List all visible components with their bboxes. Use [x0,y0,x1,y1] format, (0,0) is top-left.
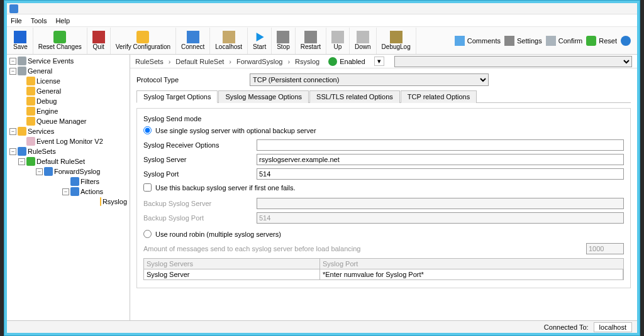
menu-bar: File Tools Help [7,14,637,27]
reset-icon [53,31,66,43]
breadcrumb: RuleSets› Default RuleSet› ForwardSyslog… [130,55,637,68]
crumb-default-ruleset[interactable]: Default RuleSet [175,58,224,65]
use-backup-label: Use this backup syslog server if first o… [155,184,296,192]
crumb-rulesets[interactable]: RuleSets [135,58,164,65]
action-name-select[interactable] [394,56,632,67]
tree-debug[interactable]: Debug [36,96,57,106]
reset-button[interactable]: Reset [586,36,617,46]
expander-icon[interactable]: − [18,158,25,165]
grid-server-cell[interactable]: Syslog Server [144,269,320,279]
tab-syslog-target[interactable]: Syslog Target Options [136,90,218,103]
tree-license[interactable]: License [36,76,60,86]
tab-ssl-tls[interactable]: SSL/TLS related Options [309,90,400,103]
help-icon[interactable] [621,36,631,46]
menu-file[interactable]: File [11,17,22,24]
save-button[interactable]: Save [8,28,33,54]
connected-to-label: Connected To: [544,323,589,331]
crumb-rsyslog[interactable]: Rsyslog [295,58,319,65]
restart-button[interactable]: Restart [296,28,326,54]
tree-actions[interactable]: Actions [80,187,103,197]
debuglog-icon [390,31,402,43]
quit-button[interactable]: Quit [87,28,111,54]
servers-grid-header: Syslog Servers Syslog Port [143,258,624,269]
expander-icon[interactable]: − [9,128,16,135]
node-icon [26,87,35,95]
receiver-options-label: Syslog Receiver Options [143,141,257,149]
tree-general[interactable]: General [28,66,52,76]
tree-rsyslog[interactable]: Rsyslog [103,197,127,207]
syslog-server-input[interactable] [257,154,624,165]
tree-engine[interactable]: Engine [36,106,58,116]
confirm-icon [546,36,556,46]
comments-icon [455,36,465,46]
reset-changes-button[interactable]: Reset Changes [33,28,87,54]
expander-icon[interactable]: − [9,58,16,65]
connected-to-value: localhost [594,322,632,332]
status-bar: Connected To: localhost [7,320,637,333]
localhost-button[interactable]: Localhost [210,28,248,54]
enabled-indicator[interactable]: Enabled [328,57,365,66]
stop-button[interactable]: Stop [272,28,296,54]
start-button[interactable]: Start [248,28,272,54]
col-port: Syslog Port [320,259,623,269]
reset-small-icon [586,36,596,46]
grid-port-cell[interactable]: *Enter numvalue for Syslog Port* [320,269,623,279]
nav-tree[interactable]: −Service Events −General License General… [7,55,130,320]
radio-round-robin[interactable] [143,230,152,238]
confirm-button[interactable]: Confirm [546,36,583,46]
node-icon [26,97,35,106]
check-icon [328,57,337,66]
save-icon [14,31,26,43]
debuglog-button[interactable]: DebugLog [377,28,416,54]
syslog-port-input[interactable] [257,168,624,180]
menu-tools[interactable]: Tools [31,17,47,24]
verify-config-button[interactable]: Verify Configuration [111,28,176,54]
send-mode-label: Syslog Send mode [143,115,624,122]
expander-icon[interactable]: − [36,168,43,175]
node-icon [70,187,79,196]
main: −Service Events −General License General… [7,55,637,320]
up-button[interactable]: Up [326,28,350,54]
expander-icon[interactable]: − [9,148,16,155]
use-backup-checkbox[interactable] [143,183,152,192]
tree-filters[interactable]: Filters [80,176,99,187]
up-icon [331,31,344,43]
radio-rr-label: Use round robin (multiple syslog servers… [155,230,281,238]
expander-icon[interactable]: − [9,68,16,75]
syslog-server-label: Syslog Server [143,156,257,163]
down-button[interactable]: Down [350,28,377,54]
toolbar: Save Reset Changes Quit Verify Configura… [7,27,637,55]
ruleset-icon [18,147,26,156]
quit-icon [92,31,105,43]
protocol-type-select[interactable]: TCP (Persistent connection) [250,73,489,86]
comments-button[interactable]: Comments [455,36,501,46]
window-inner: File Tools Help Save Reset Changes Quit … [7,3,637,333]
stop-icon [277,31,289,43]
menu-help[interactable]: Help [55,17,70,24]
tree-forwardsyslog[interactable]: ForwardSyslog [54,166,100,176]
tree-default-ruleset[interactable]: Default RuleSet [36,156,85,166]
localhost-icon [223,31,235,43]
radio-single-server[interactable] [143,126,152,134]
node-icon [26,107,35,116]
backup-port-label: Backup Syslog Port [143,214,257,222]
servers-grid-row[interactable]: Syslog Server *Enter numvalue for Syslog… [143,269,624,280]
protocol-type-label: Protocol Type [136,76,250,84]
tree-general-sub[interactable]: General [36,86,61,96]
tree-rulesets[interactable]: RuleSets [28,146,56,156]
expander-icon[interactable]: − [62,188,69,195]
connect-button[interactable]: Connect [176,28,210,54]
node-icon [26,157,35,166]
tab-tcp[interactable]: TCP related Options [401,90,477,103]
verify-icon [136,31,149,43]
tree-service-events[interactable]: Service Events [28,56,74,66]
tree-elm[interactable]: Event Log Monitor V2 [36,136,103,146]
tree-queue-manager[interactable]: Queue Manager [36,116,87,126]
settings-button[interactable]: Settings [504,36,542,46]
node-icon [100,197,101,206]
enabled-dropdown[interactable]: ▾ [374,57,384,66]
tab-syslog-message[interactable]: Syslog Message Options [218,90,309,103]
crumb-forwardsyslog[interactable]: ForwardSyslog [236,58,282,65]
receiver-options-input[interactable] [257,139,624,151]
tree-services[interactable]: Services [28,126,54,136]
